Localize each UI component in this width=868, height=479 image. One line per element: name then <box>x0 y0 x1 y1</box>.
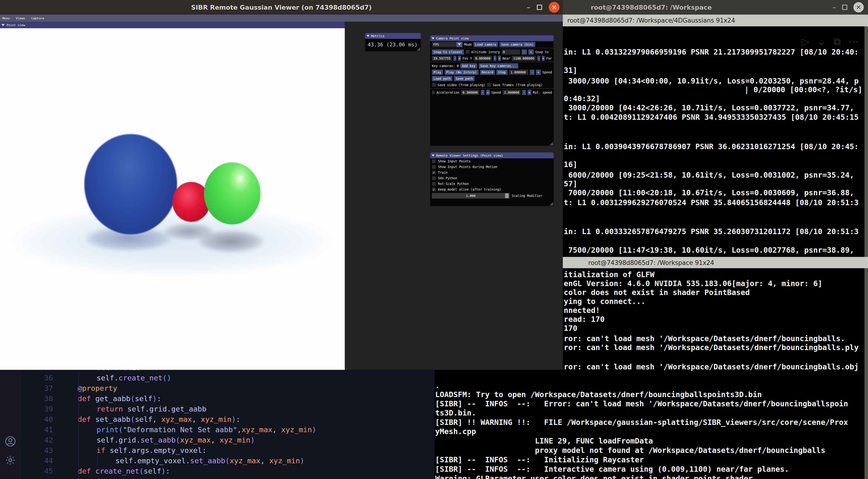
ghost-toolbar: ▷ ⌄ ⧉ ⋯ <box>802 36 859 47</box>
far-field[interactable]: 1100.000000 <box>512 56 535 61</box>
far-label: Far <box>546 57 552 60</box>
resize-grip[interactable] <box>549 202 553 206</box>
increment-button[interactable]: + <box>542 56 545 61</box>
settings-panel-header[interactable]: Remote Viewer Settings (Point view) <box>430 152 554 158</box>
pointview-header[interactable]: Point view <box>0 22 345 28</box>
checkbox[interactable] <box>432 159 436 163</box>
save-camera-button[interactable]: Save camera (bin) <box>499 42 535 47</box>
altitude-interp-field[interactable]: 0 <box>502 49 520 55</box>
terminal-line: 6000/20000 [09:25<21:58, 10.61it/s, Loss… <box>564 171 854 179</box>
code-line: self.grid.set_aabb(xyz_max, xyz_min) <box>97 436 255 444</box>
settings-check-row: SHs Python <box>430 175 554 181</box>
terminal1-title: root@74398d8065d7: /Workspace <box>591 4 712 11</box>
scaling-modifier-slider[interactable]: 1.000 <box>432 193 509 199</box>
terminal-line: 31] <box>564 66 578 75</box>
save-key-cameras-button[interactable]: Save key cameras... <box>479 63 518 68</box>
terminal-line: LINE 29, FUNC loadFromData <box>435 436 653 445</box>
terminal-line: 3000/3000 [04:34<00:00, 10.91it/s, Loss=… <box>564 76 859 85</box>
scrollbar[interactable] <box>865 268 868 479</box>
fovy-field[interactable]: 39.597755 <box>432 56 452 61</box>
account-icon[interactable] <box>5 436 16 448</box>
checkbox-label: Show Input Points during Motion <box>438 165 497 169</box>
collapse-triangle-icon <box>432 37 434 39</box>
acceleration-checkbox[interactable] <box>432 90 435 94</box>
checkbox[interactable] <box>432 165 436 169</box>
scrollbar[interactable] <box>865 26 868 257</box>
near-field[interactable]: 0.009000 <box>474 56 492 61</box>
play-button[interactable]: Play <box>432 70 443 75</box>
stop-button[interactable]: Stop <box>496 70 507 75</box>
terminal-line: ying to connect... <box>564 297 646 306</box>
play-no-interp-button[interactable]: Play (No Interp) <box>444 70 478 75</box>
checkbox[interactable] <box>432 182 436 186</box>
save-path-button[interactable]: Save path <box>454 76 474 81</box>
snap-to-label: Snap to <box>535 50 549 54</box>
decrement-button[interactable]: - <box>494 56 496 61</box>
slider-handle[interactable] <box>505 194 509 198</box>
decrement-button[interactable]: - <box>454 56 456 61</box>
altitude-interp-label: Altitude interp <box>471 50 500 54</box>
checkbox[interactable]: ✔ <box>432 187 436 192</box>
menu-item-views[interactable]: Views <box>16 16 25 20</box>
add-key-button[interactable]: Add key <box>460 63 477 68</box>
run-icon: ▷ <box>802 36 809 47</box>
checkbox[interactable] <box>432 176 436 180</box>
decrement-button[interactable]: - <box>537 56 540 61</box>
load-camera-button[interactable]: Load camera <box>473 42 498 47</box>
terminal-line: itialization of GLFW <box>564 270 654 279</box>
save-frames-checkbox[interactable] <box>487 83 491 87</box>
line-number: 39 <box>22 405 53 413</box>
sibr-titlebar[interactable]: SIBR Remote Gaussian Viewer (on 74398d80… <box>0 0 563 14</box>
metrics-panel-header[interactable]: Metrics <box>365 33 421 39</box>
fps-readout: 43.36 (23.06 ms) <box>365 39 421 50</box>
increment-button[interactable]: + <box>528 49 534 55</box>
rot-speed-field[interactable]: 1.000000 <box>502 90 521 95</box>
maximize-icon[interactable] <box>537 5 542 10</box>
collapse-triangle-icon <box>432 155 434 157</box>
camera-panel-header[interactable]: Camera Point view <box>430 35 554 41</box>
record-button[interactable]: Record <box>480 70 495 75</box>
speed-field[interactable]: 1.000000 <box>509 70 528 75</box>
dropdown-arrow-icon[interactable] <box>456 42 463 47</box>
terminal-line: nnected! <box>564 306 600 315</box>
sibr-menubar: Menu Views Capture <box>0 14 563 22</box>
save-video-checkbox[interactable] <box>432 83 436 87</box>
scaling-modifier-value: 1.000 <box>466 194 476 198</box>
close-icon[interactable]: ✕ <box>854 2 864 12</box>
increment-button[interactable]: + <box>486 90 490 95</box>
ground-platform <box>9 206 334 276</box>
code-line: return self.grid.get_aabb <box>97 405 207 413</box>
terminal-line: proxy model not found at /Workspace/Data… <box>435 446 826 455</box>
increment-button[interactable]: + <box>498 56 501 61</box>
maximize-icon[interactable] <box>842 5 847 10</box>
terminal-line: in: L1 0.0039043976678786907 PSNR 36.062… <box>564 142 859 151</box>
altitude-interp-checkbox[interactable] <box>466 50 470 54</box>
snap-to-closest-button[interactable]: Snap to closest <box>432 49 464 55</box>
increment-button[interactable]: + <box>458 56 461 61</box>
decrement-button[interactable]: - <box>522 49 527 55</box>
decrement-button[interactable]: - <box>530 70 534 75</box>
mode-dropdown[interactable]: FPS <box>432 42 463 47</box>
fovy-label: Fov Y <box>463 57 472 60</box>
load-path-button[interactable]: Load path <box>432 76 453 81</box>
terminal-line: [SIBR] !! WARNING !!: FILE /Workspace/ga… <box>435 418 848 427</box>
resize-grip[interactable] <box>549 142 553 145</box>
decrement-button[interactable]: - <box>522 90 526 95</box>
close-icon[interactable]: ✕ <box>549 2 559 13</box>
minimize-icon[interactable]: – <box>832 4 836 11</box>
terminal-line: 7500/20000 [11:47<19:38, 10.60it/s, Loss… <box>564 246 854 254</box>
acceleration-field[interactable]: 0.300000 <box>461 90 479 95</box>
menu-item-menu[interactable]: Menu <box>2 16 10 20</box>
menu-item-capture[interactable]: Capture <box>31 16 44 20</box>
increment-button[interactable]: + <box>527 90 531 95</box>
checkbox-label: SHs Python <box>438 176 457 180</box>
code-line: print("Deformation Net Set aabb",xyz_max… <box>97 425 316 434</box>
settings-gear-icon[interactable] <box>5 454 16 467</box>
code-line: self.create_net() <box>97 374 171 382</box>
checkbox[interactable]: ✔ <box>432 171 436 175</box>
resize-grip[interactable] <box>416 47 420 51</box>
minimize-icon[interactable]: – <box>527 4 530 10</box>
3d-viewport[interactable] <box>0 28 345 370</box>
decrement-button[interactable]: - <box>481 90 485 95</box>
increment-button[interactable]: + <box>536 70 541 75</box>
